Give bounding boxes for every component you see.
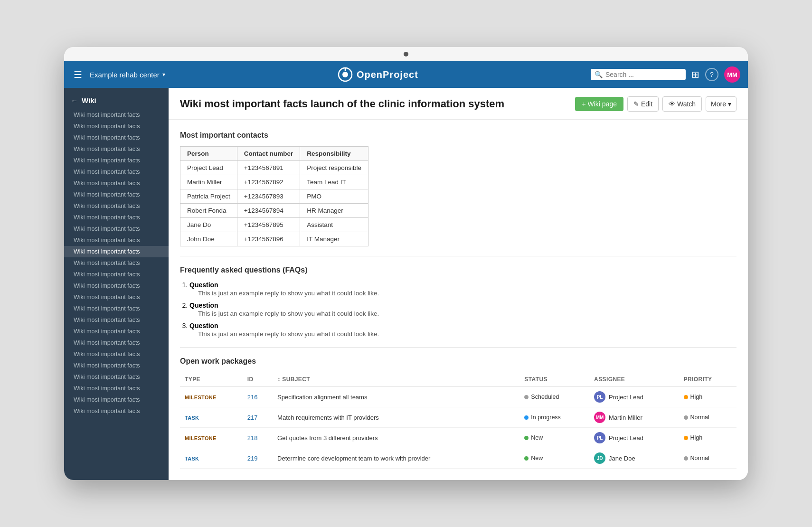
status-label-3: New bbox=[531, 455, 543, 461]
hamburger-icon[interactable]: ☰ bbox=[72, 67, 84, 82]
wp-type-2: MILESTONE bbox=[180, 428, 243, 448]
sidebar-item-10[interactable]: Wiki most important facts bbox=[64, 223, 169, 235]
sidebar-item-5[interactable]: Wiki most important facts bbox=[64, 166, 169, 178]
contact-cell-2-2: PMO bbox=[300, 189, 368, 204]
assignee-avatar-3: JD bbox=[594, 452, 605, 464]
contacts-col-contact: Contact number bbox=[237, 147, 300, 161]
wp-col-priority: PRIORITY bbox=[679, 372, 736, 387]
wp-id-link-1[interactable]: 217 bbox=[247, 414, 258, 421]
sidebar-title: Wiki bbox=[82, 96, 96, 104]
wp-id-1[interactable]: 217 bbox=[243, 407, 273, 428]
sidebar-item-3[interactable]: Wiki most important facts bbox=[64, 143, 169, 155]
contact-cell-0-0: Project Lead bbox=[180, 161, 237, 175]
wp-id-3[interactable]: 219 bbox=[243, 448, 273, 469]
wp-subject-3: Determine core development team to work … bbox=[273, 448, 519, 469]
wp-id-link-3[interactable]: 219 bbox=[247, 455, 258, 462]
search-icon: 🔍 bbox=[595, 71, 603, 78]
sidebar-item-21[interactable]: Wiki most important facts bbox=[64, 348, 169, 360]
wp-table-body: MILESTONE 216 Specification alignment al… bbox=[180, 387, 736, 469]
contact-cell-1-2: Team Lead IT bbox=[300, 175, 368, 189]
wp-row-3: TASK 219 Determine core development team… bbox=[180, 448, 736, 469]
sidebar-item-14[interactable]: Wiki most important facts bbox=[64, 269, 169, 280]
status-label-1: In progress bbox=[531, 414, 561, 421]
assignee-avatar-0: PL bbox=[594, 391, 605, 403]
sidebar-item-2[interactable]: Wiki most important facts bbox=[64, 132, 169, 143]
sidebar-item-12[interactable]: Wiki most important facts bbox=[64, 246, 169, 257]
sidebar-item-17[interactable]: Wiki most important facts bbox=[64, 303, 169, 314]
wp-row-2: MILESTONE 218 Get quotes from 3 differen… bbox=[180, 428, 736, 448]
sidebar-item-1[interactable]: Wiki most important facts bbox=[64, 121, 169, 132]
more-button[interactable]: More ▾ bbox=[706, 96, 736, 112]
contacts-table: Person Contact number Responsibility Pro… bbox=[180, 146, 368, 246]
wiki-page-button[interactable]: + Wiki page bbox=[575, 97, 623, 111]
faq-section: Frequently asked questions (FAQs) Questi… bbox=[180, 266, 736, 338]
faq-reply-2: This is just an example reply to show yo… bbox=[189, 330, 736, 338]
sidebar-item-13[interactable]: Wiki most important facts bbox=[64, 257, 169, 269]
svg-point-1 bbox=[342, 72, 348, 77]
search-input[interactable] bbox=[605, 71, 682, 78]
contact-cell-4-1: +1234567895 bbox=[237, 218, 300, 232]
edit-button[interactable]: ✎ Edit bbox=[627, 96, 659, 112]
wp-type-3: TASK bbox=[180, 448, 243, 469]
wp-col-assignee: ASSIGNEE bbox=[589, 372, 679, 387]
contact-cell-3-1: +1234567894 bbox=[237, 204, 300, 218]
sidebar-item-26[interactable]: Wiki most important facts bbox=[64, 405, 169, 417]
assignee-name-2: Project Lead bbox=[609, 434, 643, 442]
sidebar-item-24[interactable]: Wiki most important facts bbox=[64, 383, 169, 394]
faq-reply-1: This is just an example reply to show yo… bbox=[189, 310, 736, 317]
wp-id-2[interactable]: 218 bbox=[243, 428, 273, 448]
wp-id-link-0[interactable]: 216 bbox=[247, 394, 258, 401]
wp-id-0[interactable]: 216 bbox=[243, 387, 273, 407]
grid-icon[interactable]: ⊞ bbox=[691, 69, 699, 80]
project-name[interactable]: Example rehab center ▾ bbox=[90, 71, 165, 79]
sidebar-item-15[interactable]: Wiki most important facts bbox=[64, 280, 169, 292]
app-logo: OpenProject bbox=[171, 67, 585, 82]
contact-cell-4-0: Jane Do bbox=[180, 218, 237, 232]
sidebar-item-6[interactable]: Wiki most important facts bbox=[64, 178, 169, 189]
logo-text: OpenProject bbox=[357, 69, 418, 80]
status-dot-1 bbox=[524, 415, 529, 420]
page-title: Wiki most important facts launch of the … bbox=[180, 98, 504, 110]
wp-col-status: STATUS bbox=[519, 372, 589, 387]
assignee-name-1: Martin Miller bbox=[609, 414, 642, 421]
search-box[interactable]: 🔍 bbox=[591, 69, 686, 80]
wp-row-1: TASK 217 Match requirements with IT prov… bbox=[180, 407, 736, 428]
more-label: More bbox=[711, 100, 726, 108]
content-body: Most important contacts Person Contact n… bbox=[169, 120, 748, 480]
priority-dot-3 bbox=[684, 456, 688, 461]
assignee-name-3: Jane Doe bbox=[609, 455, 635, 462]
sidebar-item-4[interactable]: Wiki most important facts bbox=[64, 155, 169, 166]
contact-row-1: Martin Miller+1234567892Team Lead IT bbox=[180, 175, 368, 189]
sidebar-back-button[interactable]: ← Wiki bbox=[64, 92, 169, 109]
wp-assignee-2: PL Project Lead bbox=[589, 428, 679, 448]
main-content: Wiki most important facts launch of the … bbox=[169, 88, 748, 480]
sidebar-item-16[interactable]: Wiki most important facts bbox=[64, 292, 169, 303]
sidebar-item-25[interactable]: Wiki most important facts bbox=[64, 394, 169, 405]
contact-cell-4-2: Assistant bbox=[300, 218, 368, 232]
wp-subject-0: Specification alignment all teams bbox=[273, 387, 519, 407]
sidebar-item-22[interactable]: Wiki most important facts bbox=[64, 360, 169, 371]
wp-status-0: Scheduled bbox=[519, 387, 589, 407]
wp-id-link-2[interactable]: 218 bbox=[247, 434, 258, 442]
priority-label-2: High bbox=[690, 434, 703, 441]
sidebar-item-23[interactable]: Wiki most important facts bbox=[64, 371, 169, 383]
wp-col-subject[interactable]: ↕ SUBJECT bbox=[273, 372, 519, 387]
sidebar-item-18[interactable]: Wiki most important facts bbox=[64, 314, 169, 326]
sidebar-item-19[interactable]: Wiki most important facts bbox=[64, 326, 169, 337]
contact-cell-1-0: Martin Miller bbox=[180, 175, 237, 189]
contact-cell-1-1: +1234567892 bbox=[237, 175, 300, 189]
help-icon[interactable]: ? bbox=[705, 68, 718, 81]
watch-button[interactable]: 👁 Watch bbox=[662, 96, 702, 112]
sidebar-item-7[interactable]: Wiki most important facts bbox=[64, 189, 169, 200]
avatar[interactable]: MM bbox=[724, 66, 740, 83]
sidebar-item-20[interactable]: Wiki most important facts bbox=[64, 337, 169, 348]
sidebar-item-11[interactable]: Wiki most important facts bbox=[64, 235, 169, 246]
sidebar-item-0[interactable]: Wiki most important facts bbox=[64, 109, 169, 121]
priority-label-1: Normal bbox=[690, 414, 709, 421]
work-packages-section: Open work packages TYPE ID ↕ SUBJECT STA… bbox=[180, 357, 736, 469]
status-label-0: Scheduled bbox=[531, 394, 559, 400]
priority-label-3: Normal bbox=[690, 455, 709, 461]
sidebar-item-9[interactable]: Wiki most important facts bbox=[64, 212, 169, 223]
sidebar-item-8[interactable]: Wiki most important facts bbox=[64, 200, 169, 212]
contact-cell-5-0: John Doe bbox=[180, 232, 237, 246]
